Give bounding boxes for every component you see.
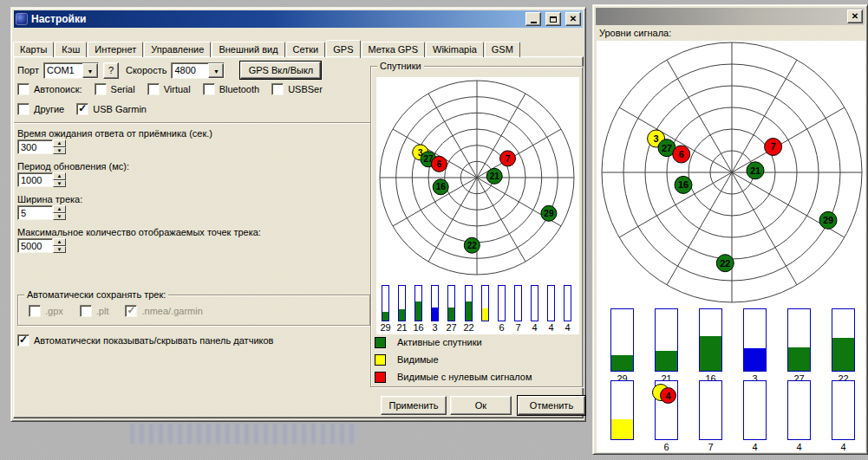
satellite-6: 6 [673, 146, 690, 163]
timeout-value[interactable]: 300 [17, 139, 53, 154]
help-button[interactable]: ? [103, 62, 119, 79]
checkbox-box-usbser[interactable] [271, 83, 284, 95]
tab-metka-gps[interactable]: Метка GPS [362, 42, 426, 57]
checkbox-box-sensors-panel[interactable] [17, 334, 29, 347]
update-period-spin-up[interactable] [53, 172, 66, 180]
satellite-29: 29 [541, 205, 557, 221]
satellites-group-title: Спутники [377, 61, 424, 71]
checkbox-box-plt[interactable] [80, 305, 92, 317]
checkbox-usb-garmin[interactable]: USB Garmin [76, 103, 147, 115]
satellite-6: 6 [431, 156, 447, 172]
signal-close-button[interactable] [847, 10, 863, 23]
signal-bar-4 [832, 380, 855, 440]
tab-vneshniy-vid[interactable]: Внешний вид [212, 42, 284, 57]
button-apply[interactable]: Применить [381, 396, 447, 415]
satellite-16: 16 [675, 176, 692, 193]
checkbox-plt[interactable]: .plt [80, 305, 109, 317]
tab-internet[interactable]: Интернет [88, 42, 143, 57]
port-combobox[interactable]: COM1 [43, 62, 99, 79]
signal-bar-label-4: 4 [526, 322, 543, 333]
signal-bar-fill [611, 355, 633, 371]
checkbox-usbser[interactable]: USBSer [271, 83, 323, 95]
checkbox-box-usb-garmin[interactable] [76, 103, 88, 115]
checkbox-box-gpx[interactable] [29, 305, 41, 317]
checkbox-box-bluetooth[interactable] [203, 83, 215, 95]
tab-karty[interactable]: Карты [13, 42, 54, 57]
gps-toggle-button[interactable]: GPS Вкл/Выкл [240, 62, 321, 79]
satellite-label-16: 16 [436, 182, 447, 191]
satellite-label-6: 6 [679, 149, 684, 159]
separator-line [14, 122, 371, 124]
close-button[interactable] [565, 12, 581, 26]
checkbox-nmea-garmin[interactable]: .nmea/.garmin [125, 305, 202, 317]
signal-bar-label-6: 6 [644, 442, 689, 452]
update-period-spinner[interactable]: 1000 [17, 172, 66, 187]
max-track-points-spin-up[interactable] [53, 238, 66, 246]
signal-bar-label-29: 29 [377, 322, 394, 333]
checkbox-virtual[interactable]: Virtual [147, 83, 191, 95]
port-dropdown-button[interactable] [82, 63, 98, 78]
satellite-label-21: 21 [490, 172, 500, 181]
signal-bar-label-4: 4 [559, 322, 576, 333]
tab-setki[interactable]: Сетки [286, 42, 326, 57]
signal-bar-3 [431, 285, 439, 321]
signal-bar-fill [744, 348, 766, 371]
max-track-points-value[interactable]: 5000 [17, 238, 53, 253]
speed-combobox[interactable]: 4800 [171, 62, 225, 79]
satellite-label-21: 21 [750, 165, 760, 176]
maximize-button[interactable] [545, 12, 561, 26]
update-period-value[interactable]: 1000 [17, 172, 53, 187]
checkbox-box-autosearch[interactable] [17, 83, 29, 95]
legend-swatch-2 [375, 372, 386, 383]
signal-bar-fill [832, 338, 854, 371]
checkbox-autosearch[interactable]: Автопоиск: [17, 83, 82, 95]
signal-bar-7 [699, 380, 722, 440]
timeout-spin-buttons [53, 139, 66, 154]
max-track-points-spinner[interactable]: 5000 [17, 238, 66, 253]
legend-swatch-1 [375, 354, 386, 366]
speed-dropdown-button[interactable] [208, 63, 224, 78]
tab-gps[interactable]: GPS [326, 40, 360, 58]
timeout-label: Время ожидания ответа от приёмника (сек.… [17, 128, 366, 139]
max-track-points-spin-down[interactable] [53, 246, 66, 254]
max-track-points-label: Максимальное количество отображаемых точ… [17, 227, 366, 237]
checkbox-sensors-panel[interactable]: Автоматически показывать/скрывать панель… [17, 334, 273, 347]
signal-titlebar[interactable] [596, 8, 865, 25]
checkbox-gpx[interactable]: .gpx [29, 305, 63, 317]
signal-bar-fill [700, 336, 721, 371]
signal-panel-label: Уровни сигнала: [599, 28, 671, 38]
tab-gsm[interactable]: GSM [485, 42, 520, 57]
checkbox-box-serial[interactable] [95, 83, 107, 95]
checkbox-box-other[interactable] [17, 103, 29, 115]
tab-upravlenie[interactable]: Управление [144, 42, 211, 57]
timeout-spin-down[interactable] [53, 147, 66, 155]
track-width-spin-up[interactable] [53, 205, 66, 213]
app-icon [16, 13, 28, 25]
checkbox-other[interactable]: Другие [17, 103, 64, 115]
autosave-group-title: Автоматически сохранять трек: [24, 289, 168, 300]
update-period-spin-down[interactable] [53, 180, 66, 188]
signal-bar-fill [466, 301, 472, 321]
tab-kesh[interactable]: Кэш [55, 42, 87, 57]
track-width-spinner[interactable]: 5 [17, 205, 66, 220]
timeout-spin-up[interactable] [53, 139, 66, 147]
button-cancel[interactable]: Отменить [518, 396, 585, 415]
signal-bar-label-27: 27 [443, 322, 460, 333]
checkbox-box-nmea-garmin[interactable] [125, 305, 137, 317]
satellite-label-16: 16 [678, 179, 689, 190]
checkbox-box-virtual[interactable] [147, 83, 160, 95]
track-width-value[interactable]: 5 [17, 205, 53, 220]
signal-bar-fill [611, 419, 633, 439]
checkbox-bluetooth[interactable]: Bluetooth [203, 83, 259, 95]
settings-titlebar[interactable]: Настройки [14, 10, 583, 28]
track-width-spin-down[interactable] [53, 213, 66, 221]
checkbox-serial[interactable]: Serial [95, 83, 135, 95]
signal-bar-21 [655, 308, 678, 372]
signal-bar-fill [432, 308, 438, 321]
timeout-spinner[interactable]: 300 [17, 139, 66, 154]
minimize-button[interactable] [525, 12, 541, 26]
satellite-label-22: 22 [720, 258, 730, 269]
button-ok[interactable]: Ок [450, 396, 512, 415]
tab-wikimapia[interactable]: Wikimapia [426, 42, 484, 57]
signal-bar-label-7: 7 [689, 442, 733, 452]
